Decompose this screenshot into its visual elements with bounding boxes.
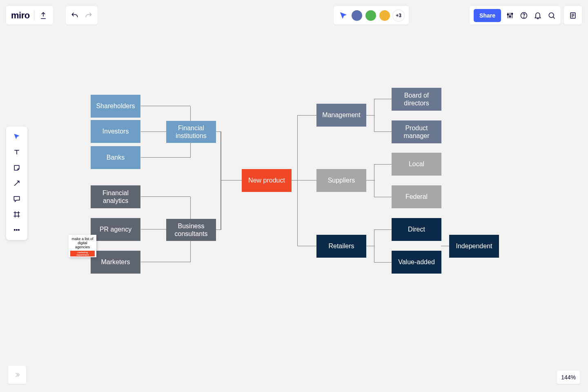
tool-palette xyxy=(6,127,27,240)
svg-point-1 xyxy=(509,16,510,17)
notes-panel-button[interactable] xyxy=(564,6,582,24)
node-board-of-directors[interactable]: Board of directors xyxy=(392,88,441,111)
expand-panel-button[interactable] xyxy=(8,366,26,384)
text-tool[interactable] xyxy=(9,145,24,159)
svg-point-2 xyxy=(511,13,512,14)
arrow-tool[interactable] xyxy=(9,176,24,190)
svg-point-5 xyxy=(549,13,554,18)
frame-tool[interactable] xyxy=(9,207,24,221)
node-pr-agency[interactable]: PR agency xyxy=(91,218,140,241)
zoom-level[interactable]: 144% xyxy=(557,371,580,384)
svg-point-9 xyxy=(18,229,20,231)
comment-tool[interactable] xyxy=(9,192,24,206)
top-bar: miro +3 Share xyxy=(6,6,582,24)
sticky-tool[interactable] xyxy=(9,161,24,175)
divider xyxy=(34,11,34,20)
canvas[interactable]: Shareholders Investors Banks Financial a… xyxy=(0,0,588,392)
node-federal[interactable]: Federal xyxy=(392,185,441,208)
collaborators-group: +3 xyxy=(334,6,409,24)
logo-group: miro xyxy=(6,6,53,24)
svg-point-0 xyxy=(507,13,508,15)
undo-icon[interactable] xyxy=(70,11,80,20)
svg-point-4 xyxy=(523,17,524,17)
sticky-note[interactable]: make a list of digital agencies marketin… xyxy=(69,235,96,257)
node-fin-analytics[interactable]: Financial analytics xyxy=(91,185,140,208)
bell-icon[interactable] xyxy=(533,11,543,20)
select-tool[interactable] xyxy=(9,130,24,144)
node-suppliers[interactable]: Suppliers xyxy=(316,169,366,192)
node-local[interactable]: Local xyxy=(392,153,441,176)
sticky-text: make a list of digital agencies xyxy=(71,237,93,249)
avatar[interactable] xyxy=(379,9,391,22)
redo-icon xyxy=(84,11,94,20)
more-tools[interactable] xyxy=(9,223,24,237)
node-retailers[interactable]: Retailers xyxy=(316,235,366,258)
export-icon[interactable] xyxy=(38,11,48,20)
node-management[interactable]: Management xyxy=(316,104,366,127)
sticky-tag: marketing department xyxy=(70,251,95,256)
node-shareholders[interactable]: Shareholders xyxy=(91,95,140,118)
notes-icon xyxy=(568,11,578,20)
node-business-consultants[interactable]: Business consultants xyxy=(166,219,216,241)
search-icon[interactable] xyxy=(547,11,557,20)
help-icon[interactable] xyxy=(519,11,529,20)
node-banks[interactable]: Banks xyxy=(91,146,140,169)
node-new-product[interactable]: New product xyxy=(242,169,292,192)
avatar-overflow[interactable]: +3 xyxy=(392,9,405,22)
avatar[interactable] xyxy=(351,9,363,22)
share-button[interactable]: Share xyxy=(474,9,501,22)
node-product-manager[interactable]: Product manager xyxy=(392,120,441,143)
app-logo[interactable]: miro xyxy=(11,10,30,21)
node-marketers[interactable]: Marketers xyxy=(91,251,140,274)
svg-point-7 xyxy=(14,229,16,231)
node-direct[interactable]: Direct xyxy=(392,218,441,241)
svg-point-8 xyxy=(16,229,18,231)
avatar[interactable] xyxy=(365,9,377,22)
node-financial-institutions[interactable]: Financial institutions xyxy=(166,121,216,143)
presence-cursor-icon[interactable] xyxy=(338,10,349,21)
node-independent[interactable]: Independent xyxy=(449,235,499,258)
settings-icon[interactable] xyxy=(505,11,515,20)
node-investors[interactable]: Investors xyxy=(91,120,140,143)
actions-group: Share xyxy=(470,6,561,24)
undo-redo-group xyxy=(66,6,98,24)
node-value-added[interactable]: Value-added xyxy=(392,251,441,274)
